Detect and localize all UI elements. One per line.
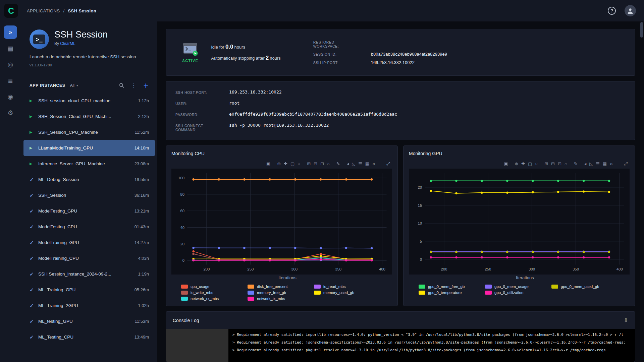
hover-closest-icon[interactable]: ◂ (347, 161, 349, 166)
person-icon (627, 7, 634, 14)
instance-row[interactable]: ✓ML_testing_GPU11:53m (23, 313, 155, 329)
legend-item[interactable]: network_tx_mbs (248, 297, 314, 301)
grid-icon[interactable]: ▦ (603, 161, 607, 166)
autostop-line: Automatically stopping after2hours (211, 55, 281, 61)
camera-icon[interactable]: ▣ (504, 161, 508, 166)
pan-icon[interactable]: ✚ (521, 161, 525, 166)
instance-row[interactable]: ▶SSH_session_cloud_CPU_machine1:12h (23, 93, 155, 109)
lasso-select-icon[interactable]: ○ (298, 161, 300, 166)
maximize-icon[interactable]: ⤢ (386, 161, 390, 167)
svg-text:400: 400 (379, 267, 385, 271)
page-scrollbar[interactable] (640, 22, 643, 362)
svg-text:200: 200 (203, 267, 210, 271)
kebab-menu-icon[interactable]: ⋮ (131, 82, 137, 88)
zoom-icon[interactable]: ⊕ (515, 161, 518, 166)
zoom-icon[interactable]: ⊕ (277, 161, 281, 166)
log-scale-icon[interactable]: ◺ (352, 161, 355, 166)
avatar[interactable] (625, 5, 636, 16)
instances-filter-dropdown[interactable]: All ▾ (70, 83, 78, 88)
autoscale-icon[interactable]: ⊡ (558, 161, 561, 166)
instance-row[interactable]: ✓SSH Session_instance_2024-09-2...1:19h (23, 266, 155, 282)
log-scale-icon[interactable]: ◺ (589, 161, 593, 166)
legend-item[interactable]: network_rx_mbs (181, 297, 248, 301)
nav-pipelines[interactable]: ◉ (4, 90, 17, 103)
legend-item[interactable]: cpu_usage (181, 285, 248, 289)
status-info-label: SSH IP:PORT: (313, 60, 352, 65)
box-select-icon[interactable]: ▢ (290, 161, 294, 166)
instance-list: ▶SSH_session_cloud_CPU_machine1:12h▶SSH_… (21, 93, 157, 362)
clearml-logo[interactable]: C (4, 4, 18, 18)
draw-icon[interactable]: ✎ (336, 161, 340, 166)
instance-row[interactable]: ▶SSH_Session_Cloud_GPU_Machi...2:12h (23, 109, 155, 124)
nav-projects[interactable]: ▦ (4, 42, 17, 55)
autoscale-icon[interactable]: ⊡ (320, 161, 324, 166)
search-icon[interactable] (119, 83, 124, 88)
legend-toggle-icon[interactable]: ☰ (596, 161, 600, 166)
instance-row[interactable]: ✓ML_Training_GPU05:26m (23, 282, 155, 298)
legend-toggle-icon[interactable]: ☰ (358, 161, 362, 166)
legend-swatch (248, 297, 254, 301)
zoom-in-icon[interactable]: ⊞ (544, 161, 548, 166)
topbar-actions: ? (608, 5, 636, 16)
svg-text:60: 60 (180, 209, 184, 213)
maximize-icon[interactable]: ⤢ (624, 161, 628, 167)
help-icon[interactable]: ? (608, 7, 616, 15)
instance-row[interactable]: ✓SSH_Session36:16m (23, 187, 155, 203)
grid-icon[interactable]: ▦ (365, 161, 369, 166)
embed-code-icon[interactable]: ‹› (372, 161, 375, 166)
legend-item[interactable]: memory_used_gb (314, 291, 380, 295)
lasso-select-icon[interactable]: ○ (535, 161, 538, 166)
instance-row[interactable]: ✓ML_Testing_CPU13:49m (23, 329, 155, 345)
nav-datasets[interactable]: ≣ (4, 74, 17, 87)
app-panel: >_ SSH Session By ClearML Launch a detac… (21, 21, 157, 362)
svg-text:0: 0 (420, 257, 422, 261)
legend-item[interactable]: gpu_0_mem_usage (485, 285, 551, 289)
instance-time: 19:55m (135, 177, 149, 182)
chart-plot-cpu[interactable]: 200250300350400020406080100 (171, 169, 392, 275)
chart-xlabel-cpu: Iterations (171, 275, 392, 280)
reset-axes-icon[interactable]: ⌂ (327, 161, 330, 166)
instance-time: 1:12h (138, 98, 149, 103)
hover-closest-icon[interactable]: ◂ (584, 161, 587, 166)
legend-item[interactable]: io_read_mbs (314, 285, 380, 289)
add-instance-button[interactable]: + (143, 82, 148, 89)
nav-applications[interactable]: » (4, 25, 17, 39)
nav-reports[interactable]: ◎ (4, 58, 17, 71)
reset-axes-icon[interactable]: ⌂ (565, 161, 567, 166)
legend-item[interactable]: io_write_mbs (181, 291, 248, 295)
instance-row[interactable]: ✓ML_Debug_Session19:55m (23, 172, 155, 187)
pan-icon[interactable]: ✚ (284, 161, 287, 166)
instance-row[interactable]: ✓ModelTesting_CPU01:43m (23, 219, 155, 235)
clearml-link[interactable]: ClearML (60, 41, 75, 46)
instance-row[interactable]: ▶SSH_Session_CPU_Machine11:52m (23, 124, 155, 140)
chart-plot-gpu[interactable]: 20025030035040005101520 (409, 169, 630, 275)
legend-item[interactable]: gpu_0_utilization (485, 291, 551, 295)
instance-row[interactable]: ✓ML_Training_2GPU1:02h (23, 298, 155, 313)
box-select-icon[interactable]: ▢ (528, 161, 532, 166)
zoom-out-icon[interactable]: ⊟ (314, 161, 317, 166)
download-icon[interactable]: ⇩ (624, 317, 628, 324)
legend-item[interactable]: gpu_0_temperature (419, 291, 485, 295)
instance-row[interactable]: ✓ModelTesting_GPU13:21m (23, 203, 155, 219)
legend-label: network_tx_mbs (257, 297, 285, 301)
zoom-in-icon[interactable]: ⊞ (307, 161, 311, 166)
legend-item[interactable]: gpu_0_mem_used_gb (551, 285, 618, 289)
legend-item[interactable]: memory_free_gb (248, 291, 314, 295)
instance-row[interactable]: ▶Inference_Server_GPU_Machine23:08m (23, 156, 155, 172)
svg-text:0: 0 (182, 258, 184, 262)
camera-icon[interactable]: ▣ (266, 161, 270, 166)
zoom-out-icon[interactable]: ⊟ (551, 161, 555, 166)
orchestration-icon: ⚙ (7, 109, 13, 117)
console-log[interactable]: > Requirement already satisfied: importl… (228, 329, 635, 362)
breadcrumb-current: SSH Session (68, 8, 97, 13)
embed-code-icon[interactable]: ‹› (610, 161, 613, 166)
instance-row[interactable]: ✓ModelTraining_GPU14:27m (23, 235, 155, 250)
breadcrumb-applications[interactable]: APPLICATIONS (27, 8, 60, 13)
draw-icon[interactable]: ✎ (574, 161, 578, 166)
nav-orchestration[interactable]: ⚙ (4, 106, 17, 119)
legend-item[interactable]: disk_free_percent (248, 285, 314, 289)
legend-item[interactable]: gpu_0_mem_free_gb (419, 285, 485, 289)
scrollbar-thumb[interactable] (640, 22, 643, 38)
instance-row[interactable]: ▶LLamaModelTraining_GPU14:10m (23, 140, 155, 156)
instance-row[interactable]: ✓ModelTraining_CPU4:03h (23, 250, 155, 266)
